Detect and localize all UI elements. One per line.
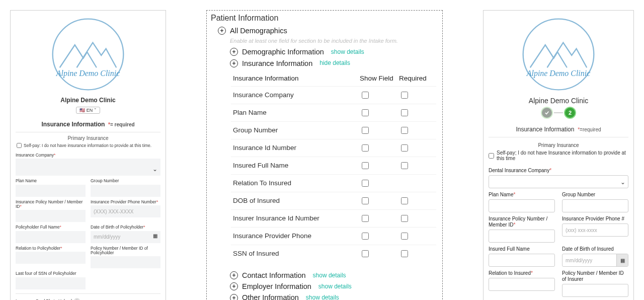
selfpay-checkbox-row[interactable]: Self-pay; I do not have Insurance inform…	[489, 148, 628, 164]
step-2-current: 2	[565, 108, 575, 118]
clinic-logo: Alpine Demo Clinic	[489, 15, 628, 94]
col-show: Show Field	[358, 71, 397, 87]
table-row: Insurance Id Number	[231, 139, 436, 157]
insurer-member-id-label: Policy Number / Member ID of Insurer	[562, 270, 628, 282]
table-row: Insurance Company	[231, 86, 436, 104]
expand-icon[interactable]: +	[230, 282, 238, 290]
section-title: Insurance Information *= required	[16, 121, 160, 128]
plan-name-input[interactable]	[16, 185, 86, 197]
settings-panel: Patient Information + All Demographics E…	[206, 10, 443, 300]
svg-text:Alpine Demo Clinic: Alpine Demo Clinic	[526, 69, 590, 78]
field-name-cell: Insurer Insurance Id Number	[231, 209, 358, 227]
intake-form-right: Alpine Demo Clinic Alpine Demo Clinic 2 …	[483, 10, 634, 300]
intake-form-left: Alpine Demo Clinic Alpine Demo Clinic 🇺🇸…	[10, 10, 166, 300]
dob-policyholder-label: Date of Birth of Policyholder*	[91, 225, 160, 230]
required-checkbox[interactable]	[401, 250, 408, 257]
expand-icon[interactable]: +	[230, 59, 238, 67]
plan-name-input[interactable]	[489, 199, 555, 212]
selfpay-checkbox-row[interactable]: Self-pay: I do not have insurance inform…	[16, 143, 160, 150]
group-number-label: Group Number	[91, 179, 160, 183]
table-row: Relation To Insured	[231, 174, 436, 192]
language-select[interactable]: 🇺🇸 EN ˅	[76, 107, 100, 114]
show-field-checkbox[interactable]	[362, 233, 369, 240]
member-id-input[interactable]	[91, 256, 160, 268]
insurance-info-node[interactable]: + Insurance Information hide details	[209, 58, 436, 68]
required-checkbox[interactable]	[401, 233, 408, 240]
show-field-checkbox[interactable]	[362, 180, 369, 187]
provider-phone-input[interactable]	[562, 223, 628, 237]
policyholder-name-input[interactable]	[16, 231, 86, 243]
show-field-checkbox[interactable]	[362, 250, 369, 257]
policy-number-input[interactable]	[16, 210, 86, 222]
group-number-input[interactable]	[562, 199, 628, 212]
policy-number-input[interactable]	[489, 230, 555, 243]
required-checkbox[interactable]	[401, 109, 408, 116]
calendar-icon: ▦	[153, 233, 157, 239]
insured-name-input[interactable]	[489, 254, 555, 267]
section-hint: Enable at least one field for section to…	[209, 37, 436, 46]
field-name-cell: Plan Name	[231, 104, 358, 121]
table-row: Group Number	[231, 121, 436, 139]
relation-input[interactable]	[16, 252, 86, 264]
show-field-checkbox[interactable]	[362, 197, 369, 204]
col-required: Required	[397, 71, 436, 87]
insurance-company-select[interactable]	[16, 159, 160, 176]
show-details-link[interactable]: show details	[313, 271, 346, 280]
field-name-cell: Insurance Provider Phone	[231, 227, 358, 245]
other-info-node[interactable]: + Other Information show details	[209, 292, 436, 300]
contact-info-node[interactable]: + Contact Information show details	[209, 270, 436, 280]
required-checkbox[interactable]	[401, 162, 408, 169]
svg-text:Alpine Demo Clinic: Alpine Demo Clinic	[56, 69, 120, 78]
member-id-label: Policy Number / Member ID of Policyholde…	[91, 246, 160, 256]
field-name-cell: Insured Full Name	[231, 157, 358, 174]
group-number-label: Group Number	[562, 192, 628, 198]
ssn-input[interactable]	[16, 277, 86, 289]
show-field-checkbox[interactable]	[362, 215, 369, 222]
policy-number-label: Insurance Policy Number / Member ID*	[16, 200, 86, 209]
show-field-checkbox[interactable]	[362, 127, 369, 134]
expand-icon[interactable]: +	[218, 27, 226, 35]
clinic-name: Alpine Demo Clinic	[489, 97, 628, 105]
dental-company-select[interactable]	[489, 175, 628, 188]
required-checkbox[interactable]	[401, 197, 408, 204]
field-name-cell: DOB of Insured	[231, 192, 358, 209]
insurer-member-id-input[interactable]	[562, 284, 628, 297]
required-checkbox[interactable]	[401, 127, 408, 134]
show-details-link[interactable]: show details	[331, 48, 364, 56]
selfpay-checkbox[interactable]	[17, 143, 22, 148]
show-field-checkbox[interactable]	[362, 144, 369, 152]
hide-details-link[interactable]: hide details	[319, 59, 350, 67]
all-demographics-node[interactable]: + All Demographics	[209, 26, 436, 36]
required-checkbox[interactable]	[401, 215, 408, 222]
card-upload-label: Insurance Card Photo Upload i	[16, 298, 160, 300]
table-row: Insurance Provider Phone	[231, 227, 436, 245]
group-number-input[interactable]	[91, 185, 160, 197]
provider-phone-label: Insurance Provider Phone Number*	[91, 200, 160, 204]
expand-icon[interactable]: +	[230, 48, 238, 56]
calendar-icon: ▦	[616, 254, 628, 266]
field-name-cell: Group Number	[231, 121, 358, 139]
field-name-cell: Insurance Company	[231, 86, 358, 104]
field-name-cell: Relation To Insured	[231, 174, 358, 192]
expand-icon[interactable]: +	[230, 294, 238, 300]
show-field-checkbox[interactable]	[362, 92, 369, 99]
relation-insured-input[interactable]	[489, 278, 555, 291]
employer-info-node[interactable]: + Employer Information show details	[209, 281, 436, 291]
step-1-done	[542, 108, 552, 118]
show-field-checkbox[interactable]	[362, 109, 369, 116]
dob-policyholder-input[interactable]	[91, 231, 160, 243]
field-name-cell: Insurance Id Number	[231, 139, 358, 157]
relation-insured-label: Relation to Insured*	[489, 270, 555, 276]
clinic-logo: Alpine Demo Clinic	[16, 15, 160, 94]
ssn-label: Last four of SSN of Policyholder	[16, 271, 86, 276]
expand-icon[interactable]: +	[230, 271, 238, 279]
relation-label: Relation to Policyholder*	[16, 246, 86, 251]
required-checkbox[interactable]	[401, 92, 408, 99]
selfpay-checkbox[interactable]	[489, 153, 494, 159]
show-details-link[interactable]: show details	[318, 282, 352, 291]
demographic-info-node[interactable]: + Demographic Information show details	[209, 47, 436, 57]
required-checkbox[interactable]	[401, 144, 408, 152]
provider-phone-input[interactable]	[91, 205, 160, 217]
show-details-link[interactable]: show details	[306, 293, 339, 300]
show-field-checkbox[interactable]	[362, 162, 369, 169]
